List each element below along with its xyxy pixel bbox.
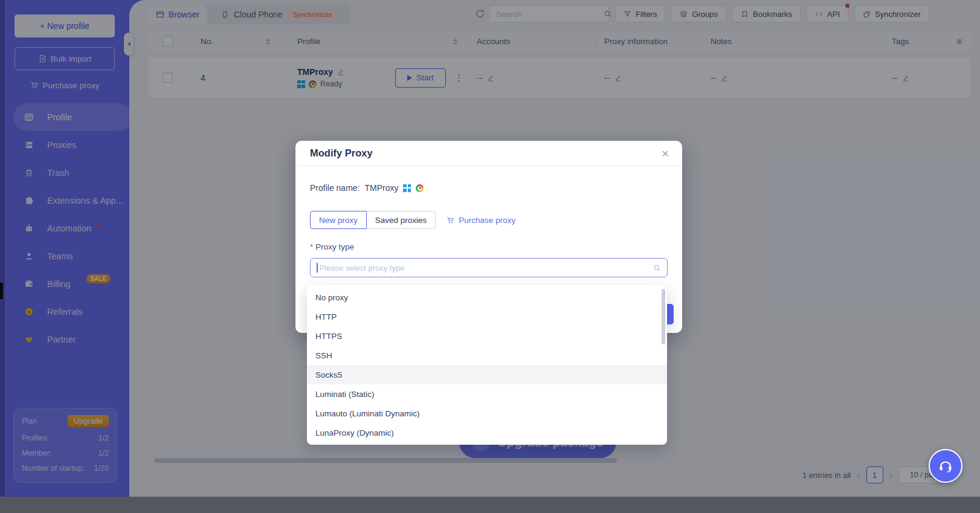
option-lunaproxy[interactable]: LunaProxy (Dynamic) <box>307 423 667 442</box>
app-window: + New profile Bulk import Purchase proxy… <box>0 0 980 513</box>
tab-saved-proxies[interactable]: Saved proxies <box>367 211 436 229</box>
option-lumauto[interactable]: Lumauto (Luminati Dynamic) <box>307 404 667 423</box>
support-button[interactable] <box>929 449 962 483</box>
search-icon <box>653 264 661 272</box>
option-luminati-static[interactable]: Luminati (Static) <box>307 384 667 404</box>
proxy-type-input[interactable] <box>318 263 654 273</box>
profile-name-line: Profile name: TMProxy <box>310 183 424 193</box>
modal-title: Modify Proxy <box>310 147 373 159</box>
windows-icon <box>403 184 411 192</box>
close-icon[interactable]: × <box>662 147 669 160</box>
option-no-proxy[interactable]: No proxy <box>307 288 667 307</box>
option-https[interactable]: HTTPS <box>307 326 667 346</box>
purchase-proxy-link[interactable]: Purchase proxy <box>446 216 515 225</box>
chrome-icon <box>416 184 424 192</box>
proxy-source-tabs: New proxy Saved proxies Purchase proxy <box>310 211 515 229</box>
text-caret <box>317 263 318 273</box>
required-asterisk: * <box>310 242 313 251</box>
option-http[interactable]: HTTP <box>307 307 667 326</box>
headset-icon <box>938 458 953 474</box>
cart-icon <box>446 216 454 224</box>
tab-new-proxy[interactable]: New proxy <box>310 211 367 229</box>
proxy-type-dropdown: No proxy HTTP HTTPS SSH Socks5 Luminati … <box>307 285 667 445</box>
proxy-type-label: *Proxy type <box>310 242 354 251</box>
profile-name-label: Profile name: <box>310 183 359 193</box>
purchase-proxy-label: Purchase proxy <box>459 216 515 225</box>
option-socks5[interactable]: Socks5 <box>307 365 667 384</box>
profile-name-value: TMProxy <box>364 183 398 193</box>
proxy-type-field <box>310 258 668 277</box>
option-ssh[interactable]: SSH <box>307 346 667 365</box>
dropdown-scrollbar[interactable] <box>662 289 665 344</box>
